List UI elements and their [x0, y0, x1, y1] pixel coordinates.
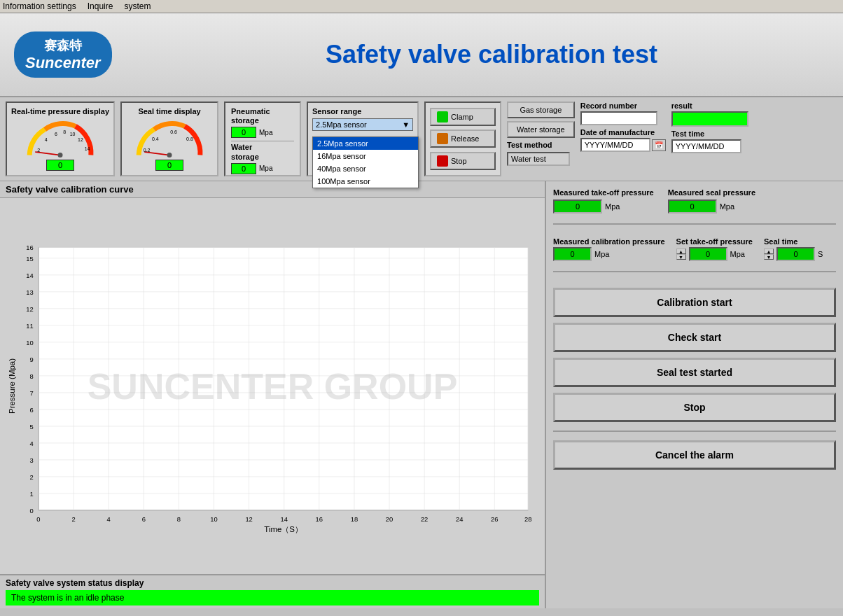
svg-text:6: 6: [29, 406, 33, 414]
logo-english: Suncenter: [25, 54, 101, 72]
set-section: Measured calibration pressure Mpa Set ta…: [553, 237, 836, 261]
sensor-selected-text: 2.5Mpa sensor: [316, 120, 367, 129]
sensor-panel: Sensor range 2.5Mpa sensor ▼ 2.5Mpa sens…: [307, 102, 419, 176]
record-number-label: Record number: [580, 102, 666, 110]
svg-text:5: 5: [29, 423, 33, 430]
test-time-input[interactable]: [671, 139, 741, 153]
svg-text:4: 4: [29, 440, 33, 447]
water-storage-row: Waterstorage: [231, 143, 294, 161]
pneumatic-unit: Mpa: [259, 129, 272, 136]
release-label: Release: [451, 134, 479, 143]
svg-text:22: 22: [421, 515, 428, 523]
takeoff-pressure-input[interactable]: [553, 200, 602, 214]
seal-time-label: Seal time display: [138, 107, 200, 115]
dropdown-arrow-icon: ▼: [402, 120, 410, 129]
seal-test-button[interactable]: Seal test started: [553, 358, 836, 387]
result-value: [671, 111, 748, 127]
action-buttons: Calibration start Check start Seal test …: [553, 288, 836, 470]
pneumatic-value-row: 0 Mpa: [231, 127, 294, 138]
water-storage-button[interactable]: Water storage: [507, 121, 575, 138]
sensor-option-2.5[interactable]: 2.5Mpa sensor: [313, 137, 418, 150]
date-input[interactable]: [580, 138, 650, 152]
sensor-option-100[interactable]: 100Mpa sensor: [313, 175, 418, 188]
calibration-pressure-input[interactable]: [553, 247, 592, 261]
svg-text:7: 7: [29, 389, 33, 397]
calibration-start-button[interactable]: Calibration start: [553, 288, 836, 317]
svg-text:8: 8: [63, 130, 66, 134]
set-takeoff-input[interactable]: [689, 247, 727, 261]
cancel-alarm-button[interactable]: Cancel the alarm: [553, 440, 836, 470]
svg-text:3: 3: [29, 456, 33, 464]
calibration-pressure-unit: Mpa: [594, 250, 609, 258]
svg-text:14: 14: [26, 272, 33, 279]
svg-text:10: 10: [210, 515, 217, 523]
sensor-option-40[interactable]: 40Mpa sensor: [313, 162, 418, 175]
svg-text:14: 14: [85, 146, 90, 151]
divider-2: [553, 271, 836, 272]
seal-pressure-group: Measured seal pressure Mpa: [668, 188, 755, 214]
takeoff-spin-down[interactable]: ▼: [676, 254, 686, 260]
date-label: Date of manufacture: [580, 128, 666, 136]
right-panel: Measured take-off pressure Mpa Measured …: [546, 181, 843, 608]
test-method-label: Test method: [507, 141, 552, 149]
menubar: Information settings Inquire system: [0, 0, 843, 13]
gas-storage-button[interactable]: Gas storage: [507, 102, 575, 118]
seal-time-spin-down[interactable]: ▼: [764, 254, 774, 260]
seal-time-set-label: Seal time: [764, 237, 823, 246]
sensor-option-16[interactable]: 16Mpa sensor: [313, 150, 418, 162]
seal-time-spinner: ▲ ▼: [764, 248, 774, 260]
svg-text:4: 4: [107, 515, 111, 523]
svg-text:1: 1: [29, 490, 33, 498]
check-start-button[interactable]: Check start: [553, 323, 836, 352]
stop-button-top[interactable]: Stop: [430, 152, 496, 170]
logo-area: 赛森特 Suncenter: [14, 31, 154, 78]
sensor-select[interactable]: 2.5Mpa sensor ▼: [312, 118, 413, 131]
date-input-row: 📅: [580, 138, 666, 152]
release-button[interactable]: Release: [430, 130, 496, 148]
chart-wrapper: SUNCENTER GROUP Pressure (Mpa): [0, 198, 545, 574]
menu-inquire[interactable]: Inquire: [88, 1, 113, 11]
set-takeoff-group: Set take-off pressure ▲ ▼ Mpa: [676, 237, 753, 261]
clamp-release-panel: Clamp Release Stop: [424, 102, 501, 176]
stop-label-top: Stop: [451, 157, 467, 165]
chart-title: Safety valve calibration curve: [0, 181, 545, 198]
menu-information-settings[interactable]: Information settings: [3, 1, 76, 11]
svg-text:9: 9: [29, 356, 33, 363]
main-content: Safety valve calibration curve SUNCENTER…: [0, 181, 843, 608]
takeoff-spin-up[interactable]: ▲: [676, 248, 686, 254]
realtime-pressure-value: 0: [46, 160, 74, 171]
calibration-pressure-row: Mpa: [553, 247, 665, 261]
svg-text:10: 10: [70, 132, 76, 136]
svg-point-13: [167, 153, 172, 158]
logo-box: 赛森特 Suncenter: [14, 31, 112, 78]
test-time-label: Test time: [671, 130, 748, 138]
clamp-label: Clamp: [451, 113, 473, 121]
seal-time-input[interactable]: [776, 247, 815, 261]
svg-text:15: 15: [26, 255, 33, 262]
seal-time-spin-up[interactable]: ▲: [764, 248, 774, 254]
menu-system[interactable]: system: [124, 1, 151, 11]
svg-text:18: 18: [351, 515, 358, 523]
status-bar-value: The system is in an idle phase: [6, 590, 539, 606]
stop-main-button[interactable]: Stop: [553, 393, 836, 422]
result-label: result: [671, 102, 748, 110]
seal-time-row: ▲ ▼ S: [764, 247, 823, 261]
seal-pressure-input[interactable]: [668, 200, 717, 214]
date-panel: Date of manufacture 📅: [580, 128, 666, 152]
gas-water-test-panel: Gas storage Water storage Test method Wa…: [507, 102, 575, 176]
svg-text:13: 13: [26, 288, 33, 296]
set-takeoff-label: Set take-off pressure: [676, 237, 753, 246]
record-panel: Record number: [580, 102, 666, 125]
water-unit: Mpa: [259, 164, 272, 172]
svg-text:6: 6: [142, 515, 146, 523]
svg-text:0.8: 0.8: [186, 136, 193, 141]
set-takeoff-row: ▲ ▼ Mpa: [676, 247, 753, 261]
header: 赛森特 Suncenter Safety valve calibration t…: [0, 13, 843, 97]
clamp-button[interactable]: Clamp: [430, 108, 496, 126]
pneumatic-storage-row: Pneumaticstorage: [231, 107, 294, 125]
calendar-button[interactable]: 📅: [652, 139, 666, 151]
svg-text:20: 20: [386, 515, 393, 523]
svg-text:0.6: 0.6: [170, 130, 177, 134]
takeoff-pressure-group: Measured take-off pressure Mpa: [553, 188, 654, 214]
record-number-input[interactable]: [580, 111, 657, 125]
